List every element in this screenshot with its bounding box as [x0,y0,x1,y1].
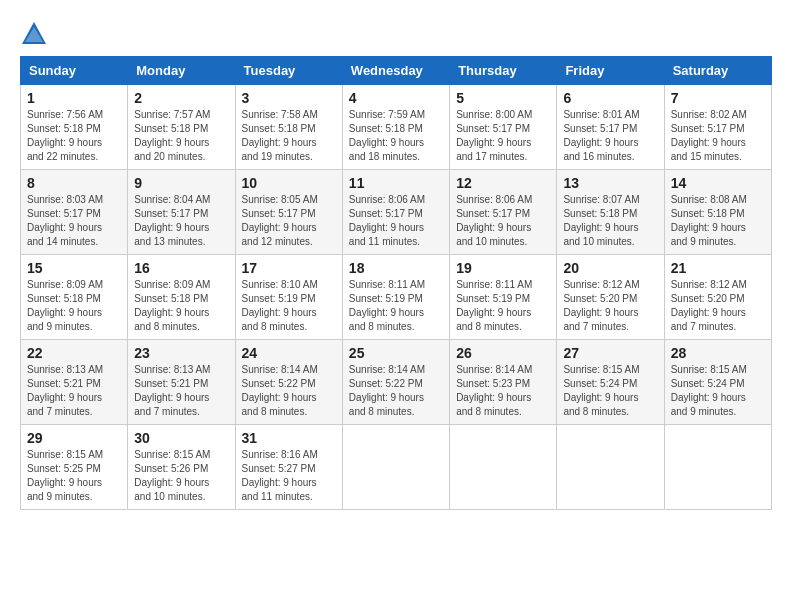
day-number: 11 [349,175,443,191]
day-info: Sunrise: 8:14 AMSunset: 5:22 PMDaylight:… [242,363,336,419]
day-number: 19 [456,260,550,276]
calendar-cell: 18Sunrise: 8:11 AMSunset: 5:19 PMDayligh… [342,255,449,340]
calendar-cell: 17Sunrise: 8:10 AMSunset: 5:19 PMDayligh… [235,255,342,340]
calendar-cell: 2Sunrise: 7:57 AMSunset: 5:18 PMDaylight… [128,85,235,170]
calendar-cell: 19Sunrise: 8:11 AMSunset: 5:19 PMDayligh… [450,255,557,340]
day-info: Sunrise: 8:14 AMSunset: 5:23 PMDaylight:… [456,363,550,419]
calendar-week-row: 29Sunrise: 8:15 AMSunset: 5:25 PMDayligh… [21,425,772,510]
day-number: 10 [242,175,336,191]
day-info: Sunrise: 8:11 AMSunset: 5:19 PMDaylight:… [456,278,550,334]
logo-icon [20,20,48,48]
day-header-wednesday: Wednesday [342,57,449,85]
calendar-cell: 14Sunrise: 8:08 AMSunset: 5:18 PMDayligh… [664,170,771,255]
day-header-monday: Monday [128,57,235,85]
day-number: 7 [671,90,765,106]
calendar-cell: 15Sunrise: 8:09 AMSunset: 5:18 PMDayligh… [21,255,128,340]
calendar-cell: 30Sunrise: 8:15 AMSunset: 5:26 PMDayligh… [128,425,235,510]
calendar-cell: 21Sunrise: 8:12 AMSunset: 5:20 PMDayligh… [664,255,771,340]
day-info: Sunrise: 8:12 AMSunset: 5:20 PMDaylight:… [563,278,657,334]
calendar-week-row: 8Sunrise: 8:03 AMSunset: 5:17 PMDaylight… [21,170,772,255]
calendar: SundayMondayTuesdayWednesdayThursdayFrid… [20,56,772,510]
day-info: Sunrise: 8:00 AMSunset: 5:17 PMDaylight:… [456,108,550,164]
day-info: Sunrise: 7:57 AMSunset: 5:18 PMDaylight:… [134,108,228,164]
calendar-cell: 7Sunrise: 8:02 AMSunset: 5:17 PMDaylight… [664,85,771,170]
day-info: Sunrise: 7:56 AMSunset: 5:18 PMDaylight:… [27,108,121,164]
calendar-cell: 5Sunrise: 8:00 AMSunset: 5:17 PMDaylight… [450,85,557,170]
day-info: Sunrise: 8:15 AMSunset: 5:25 PMDaylight:… [27,448,121,504]
day-number: 18 [349,260,443,276]
day-info: Sunrise: 7:59 AMSunset: 5:18 PMDaylight:… [349,108,443,164]
day-number: 12 [456,175,550,191]
calendar-cell: 12Sunrise: 8:06 AMSunset: 5:17 PMDayligh… [450,170,557,255]
calendar-week-row: 22Sunrise: 8:13 AMSunset: 5:21 PMDayligh… [21,340,772,425]
calendar-cell [557,425,664,510]
day-number: 24 [242,345,336,361]
day-number: 31 [242,430,336,446]
calendar-header-row: SundayMondayTuesdayWednesdayThursdayFrid… [21,57,772,85]
day-info: Sunrise: 8:06 AMSunset: 5:17 PMDaylight:… [456,193,550,249]
day-info: Sunrise: 8:10 AMSunset: 5:19 PMDaylight:… [242,278,336,334]
day-info: Sunrise: 8:01 AMSunset: 5:17 PMDaylight:… [563,108,657,164]
day-info: Sunrise: 8:06 AMSunset: 5:17 PMDaylight:… [349,193,443,249]
calendar-cell [450,425,557,510]
day-header-saturday: Saturday [664,57,771,85]
calendar-cell: 22Sunrise: 8:13 AMSunset: 5:21 PMDayligh… [21,340,128,425]
calendar-cell: 24Sunrise: 8:14 AMSunset: 5:22 PMDayligh… [235,340,342,425]
day-number: 17 [242,260,336,276]
day-number: 15 [27,260,121,276]
calendar-cell: 25Sunrise: 8:14 AMSunset: 5:22 PMDayligh… [342,340,449,425]
header [20,20,772,48]
day-number: 21 [671,260,765,276]
day-number: 20 [563,260,657,276]
day-info: Sunrise: 8:03 AMSunset: 5:17 PMDaylight:… [27,193,121,249]
calendar-cell: 8Sunrise: 8:03 AMSunset: 5:17 PMDaylight… [21,170,128,255]
day-number: 4 [349,90,443,106]
day-info: Sunrise: 8:15 AMSunset: 5:24 PMDaylight:… [671,363,765,419]
day-number: 26 [456,345,550,361]
day-header-sunday: Sunday [21,57,128,85]
day-number: 27 [563,345,657,361]
calendar-cell [342,425,449,510]
calendar-cell [664,425,771,510]
calendar-cell: 16Sunrise: 8:09 AMSunset: 5:18 PMDayligh… [128,255,235,340]
day-info: Sunrise: 8:13 AMSunset: 5:21 PMDaylight:… [134,363,228,419]
day-header-thursday: Thursday [450,57,557,85]
calendar-cell: 13Sunrise: 8:07 AMSunset: 5:18 PMDayligh… [557,170,664,255]
day-number: 1 [27,90,121,106]
day-number: 25 [349,345,443,361]
day-info: Sunrise: 8:07 AMSunset: 5:18 PMDaylight:… [563,193,657,249]
day-number: 3 [242,90,336,106]
day-info: Sunrise: 8:15 AMSunset: 5:26 PMDaylight:… [134,448,228,504]
day-number: 9 [134,175,228,191]
day-info: Sunrise: 8:13 AMSunset: 5:21 PMDaylight:… [27,363,121,419]
day-info: Sunrise: 7:58 AMSunset: 5:18 PMDaylight:… [242,108,336,164]
day-info: Sunrise: 8:09 AMSunset: 5:18 PMDaylight:… [27,278,121,334]
calendar-cell: 31Sunrise: 8:16 AMSunset: 5:27 PMDayligh… [235,425,342,510]
day-number: 28 [671,345,765,361]
day-number: 29 [27,430,121,446]
day-info: Sunrise: 8:08 AMSunset: 5:18 PMDaylight:… [671,193,765,249]
day-info: Sunrise: 8:16 AMSunset: 5:27 PMDaylight:… [242,448,336,504]
day-info: Sunrise: 8:04 AMSunset: 5:17 PMDaylight:… [134,193,228,249]
day-number: 23 [134,345,228,361]
calendar-cell: 23Sunrise: 8:13 AMSunset: 5:21 PMDayligh… [128,340,235,425]
calendar-cell: 28Sunrise: 8:15 AMSunset: 5:24 PMDayligh… [664,340,771,425]
day-number: 5 [456,90,550,106]
day-number: 6 [563,90,657,106]
calendar-cell: 3Sunrise: 7:58 AMSunset: 5:18 PMDaylight… [235,85,342,170]
calendar-cell: 27Sunrise: 8:15 AMSunset: 5:24 PMDayligh… [557,340,664,425]
day-number: 16 [134,260,228,276]
day-info: Sunrise: 8:05 AMSunset: 5:17 PMDaylight:… [242,193,336,249]
day-number: 13 [563,175,657,191]
day-info: Sunrise: 8:15 AMSunset: 5:24 PMDaylight:… [563,363,657,419]
calendar-cell: 1Sunrise: 7:56 AMSunset: 5:18 PMDaylight… [21,85,128,170]
calendar-cell: 10Sunrise: 8:05 AMSunset: 5:17 PMDayligh… [235,170,342,255]
calendar-cell: 20Sunrise: 8:12 AMSunset: 5:20 PMDayligh… [557,255,664,340]
day-info: Sunrise: 8:14 AMSunset: 5:22 PMDaylight:… [349,363,443,419]
logo [20,20,52,48]
day-number: 22 [27,345,121,361]
calendar-week-row: 1Sunrise: 7:56 AMSunset: 5:18 PMDaylight… [21,85,772,170]
calendar-cell: 6Sunrise: 8:01 AMSunset: 5:17 PMDaylight… [557,85,664,170]
calendar-cell: 29Sunrise: 8:15 AMSunset: 5:25 PMDayligh… [21,425,128,510]
day-info: Sunrise: 8:11 AMSunset: 5:19 PMDaylight:… [349,278,443,334]
